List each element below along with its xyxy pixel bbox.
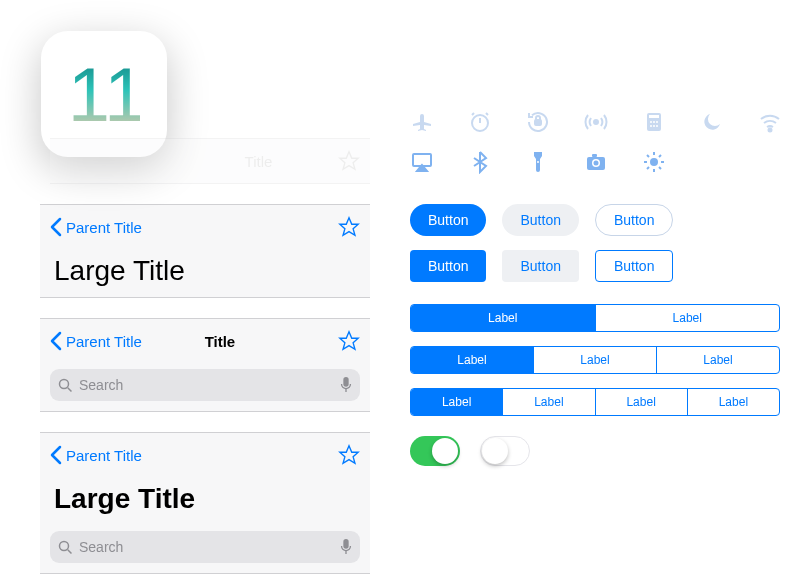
button-rect-outline[interactable]: Button — [595, 250, 673, 282]
rotation-lock-icon[interactable] — [526, 110, 550, 134]
chevron-left-icon — [50, 217, 62, 237]
back-button[interactable]: Parent Title — [50, 445, 142, 465]
star-icon[interactable] — [338, 330, 360, 352]
back-label: Parent Title — [66, 447, 142, 464]
moon-icon[interactable] — [700, 110, 724, 134]
segment[interactable]: Label — [687, 389, 779, 415]
svg-point-20 — [656, 121, 658, 123]
search-placeholder: Search — [79, 539, 123, 555]
search-input[interactable]: Search — [50, 531, 360, 563]
bluetooth-icon[interactable] — [468, 150, 492, 174]
segment[interactable]: Label — [595, 305, 780, 331]
svg-rect-14 — [535, 120, 541, 125]
svg-rect-17 — [649, 115, 659, 118]
navbar-small: Parent Title Title Search — [40, 318, 370, 412]
segment[interactable]: Label — [411, 347, 533, 373]
svg-marker-1 — [340, 218, 358, 235]
svg-line-9 — [68, 549, 72, 553]
navbar-large-1: Parent Title Large Title — [40, 204, 370, 298]
star-icon[interactable] — [338, 444, 360, 466]
svg-point-23 — [656, 125, 658, 127]
segment[interactable]: Label — [595, 389, 687, 415]
chevron-left-icon — [50, 445, 62, 465]
brightness-icon[interactable] — [642, 150, 666, 174]
app-icon-label: 11 — [68, 51, 141, 138]
camera-icon[interactable] — [584, 150, 608, 174]
microphone-icon[interactable] — [340, 377, 352, 393]
timer-icon[interactable] — [468, 110, 492, 134]
calculator-icon[interactable] — [642, 110, 666, 134]
segment[interactable]: Label — [502, 389, 594, 415]
hotspot-icon[interactable] — [584, 110, 608, 134]
switch-off[interactable] — [480, 436, 530, 466]
svg-rect-5 — [343, 377, 348, 387]
back-label: Parent Title — [66, 219, 142, 236]
svg-line-37 — [647, 155, 649, 157]
button-pill-filled[interactable]: Button — [410, 204, 486, 236]
airplay-icon[interactable] — [410, 150, 434, 174]
search-input[interactable]: Search — [50, 369, 360, 401]
nav-title: Title — [102, 333, 338, 350]
svg-point-19 — [653, 121, 655, 123]
svg-line-39 — [659, 155, 661, 157]
chevron-left-icon — [50, 331, 62, 351]
search-icon — [58, 378, 73, 393]
segment[interactable]: Label — [411, 305, 595, 331]
segment[interactable]: Label — [533, 347, 656, 373]
large-title: Large Title — [40, 249, 370, 297]
svg-line-4 — [68, 387, 72, 391]
back-button[interactable]: Parent Title — [50, 217, 142, 237]
navbar-large-2: Parent Title Large Title Search — [40, 432, 370, 574]
svg-point-27 — [537, 161, 539, 163]
svg-point-32 — [650, 158, 658, 166]
wifi-icon[interactable] — [758, 110, 782, 134]
star-icon — [338, 150, 360, 172]
switch-on[interactable] — [410, 436, 460, 466]
svg-rect-31 — [592, 154, 597, 157]
svg-rect-10 — [343, 539, 348, 549]
flashlight-icon[interactable] — [526, 150, 550, 174]
svg-marker-7 — [340, 446, 358, 463]
svg-marker-2 — [340, 332, 358, 349]
svg-marker-0 — [340, 152, 358, 169]
button-rect-filled[interactable]: Button — [410, 250, 486, 282]
segment[interactable]: Label — [411, 389, 502, 415]
svg-point-3 — [60, 379, 69, 388]
segment[interactable]: Label — [656, 347, 779, 373]
button-rect-gray[interactable]: Button — [502, 250, 578, 282]
segmented-control-3[interactable]: Label Label Label — [410, 346, 780, 374]
segmented-control-2[interactable]: Label Label — [410, 304, 780, 332]
nav-title: Title — [179, 153, 338, 170]
svg-point-18 — [650, 121, 652, 123]
svg-point-8 — [60, 541, 69, 550]
segmented-control-4[interactable]: Label Label Label Label — [410, 388, 780, 416]
svg-point-30 — [594, 161, 599, 166]
airplane-icon[interactable] — [410, 110, 434, 134]
svg-point-15 — [594, 120, 598, 124]
star-icon[interactable] — [338, 216, 360, 238]
navbar-faded: Title — [50, 138, 370, 184]
button-pill-outline[interactable]: Button — [595, 204, 673, 236]
svg-point-21 — [650, 125, 652, 127]
microphone-icon[interactable] — [340, 539, 352, 555]
svg-point-24 — [769, 129, 772, 132]
search-placeholder: Search — [79, 377, 123, 393]
svg-line-40 — [647, 167, 649, 169]
button-pill-gray[interactable]: Button — [502, 204, 578, 236]
search-icon — [58, 540, 73, 555]
large-title: Large Title — [40, 477, 370, 525]
control-center-icons — [410, 110, 780, 174]
svg-point-22 — [653, 125, 655, 127]
svg-line-38 — [659, 167, 661, 169]
